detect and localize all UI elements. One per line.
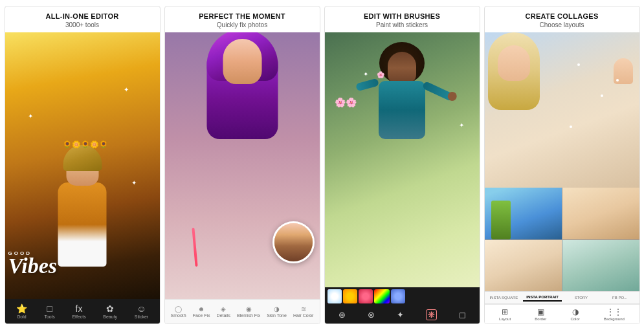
sparkle-dot-2 — [601, 94, 603, 97]
panel1-image: 🌻🌼🌻🌼🌻 GOOD Vibes ✦ ✦ ✦ — [5, 32, 160, 299]
toolbar-background[interactable]: ⋮⋮ Background — [604, 307, 625, 321]
toolbar-layout[interactable]: ⊞ Layout — [499, 307, 511, 321]
haircolor-icon: ≋ — [301, 305, 306, 313]
lasso-tool-icon[interactable]: ⊗ — [368, 310, 375, 320]
panel1-text-overlay: GOOD Vibes — [8, 250, 58, 276]
adjust-tool-icon[interactable]: ✦ — [397, 310, 404, 320]
sticker-heart[interactable] — [359, 289, 373, 303]
panel4-title: CREATE COLLAGES — [491, 12, 633, 21]
collage-cell-2 — [562, 188, 639, 239]
background-icon: ⋮⋮ — [606, 307, 622, 316]
sticker-icon: ☺ — [137, 303, 146, 314]
main-container: ALL-IN-ONE EDITOR 3000+ tools 🌻🌼🌻🌼🌻 GOOD… — [2, 3, 643, 327]
sparkle-dot-3 — [570, 126, 572, 128]
border-icon: ▣ — [537, 307, 544, 316]
sticker-rainbow[interactable] — [374, 289, 390, 303]
collage-cell-4 — [562, 240, 639, 291]
details-icon: ◈ — [221, 305, 226, 313]
panel3-sparkle1: ✦ — [363, 71, 368, 78]
smooth-icon: ◯ — [175, 305, 182, 313]
sticker-sparkle[interactable] — [328, 289, 342, 303]
toolbar-border[interactable]: ▣ Border — [535, 307, 546, 321]
toolbar-haircolor[interactable]: ≋ Hair Color — [293, 305, 314, 318]
collage-cell-1 — [485, 188, 562, 239]
panel1-flower-crown: 🌻🌼🌻🌼🌻 — [61, 138, 110, 150]
toolbar-facefix[interactable]: ☻ Face Fix — [193, 305, 210, 318]
toolbar-smooth[interactable]: ◯ Smooth — [171, 305, 186, 318]
sticker-star[interactable] — [343, 289, 357, 303]
panel2-image — [165, 32, 320, 299]
panel1-body — [58, 182, 107, 267]
panel4-grid — [485, 188, 639, 291]
active-sticker-tool-icon[interactable]: ❋ — [426, 309, 437, 320]
collage-cell-3 — [485, 240, 562, 291]
sticker-label: Sticker — [135, 314, 148, 319]
facefix-label: Face Fix — [193, 313, 210, 318]
sparkle-icon2: ✦ — [124, 86, 129, 93]
blemish-label: Blemish Fix — [237, 313, 260, 318]
panel2-face — [223, 39, 261, 84]
toolbar-tools[interactable]: □ Tools — [44, 303, 54, 319]
panel2-header: PERFECT THE MOMENT Quickly fix photos — [165, 6, 320, 32]
panel3-afro — [379, 42, 425, 84]
toolbar-beauty[interactable]: ✿ Beauty — [103, 303, 117, 319]
panel3-sparkle2: ✦ — [459, 122, 464, 129]
brush-tool-icon[interactable]: ⊕ — [339, 310, 346, 320]
toolbar-sticker[interactable]: ☺ Sticker — [135, 303, 148, 319]
panel2-head — [216, 32, 268, 100]
panel4-subtitle: Choose layouts — [491, 21, 633, 28]
sparkle-icon3: ✦ — [131, 179, 137, 186]
panel-collages: CREATE COLLAGES Choose layouts — [484, 6, 640, 324]
haircolor-label: Hair Color — [293, 313, 314, 318]
color-icon: ◑ — [572, 307, 579, 316]
panel4-main-photo — [485, 32, 639, 188]
facefix-icon: ☻ — [198, 305, 205, 313]
panel1-toolbar: ⭐ Gold □ Tools fx Effects ✿ Beauty ☺ Sti… — [5, 299, 160, 324]
panel3-person — [379, 42, 425, 139]
tab-story[interactable]: STORY — [562, 294, 601, 301]
sparkle-icon: ✦ — [28, 113, 33, 120]
tools-icon: □ — [47, 303, 52, 314]
panel3-header: EDIT WITH BRUSHES Paint with stickers — [325, 6, 480, 32]
panel3-image: 🌸🌸 🌸 ✦ ✦ — [325, 32, 480, 287]
effects-label: Effects — [72, 314, 85, 319]
panel3-shirt — [379, 81, 425, 139]
erase-tool-icon[interactable]: ◻ — [459, 310, 466, 320]
panel2-toolbar: ◯ Smooth ☻ Face Fix ◈ Details ◉ Blemish … — [165, 299, 320, 324]
skintone-icon: ◑ — [274, 305, 280, 313]
color-label: Color — [570, 317, 579, 321]
beauty-label: Beauty — [103, 314, 117, 319]
toolbar-effects[interactable]: fx Effects — [72, 303, 85, 319]
panel3-photo: 🌸🌸 🌸 ✦ ✦ — [325, 32, 480, 287]
smooth-label: Smooth — [171, 313, 186, 318]
layout-icon: ⊞ — [502, 307, 508, 316]
beauty-icon: ✿ — [106, 303, 114, 314]
panel3-sticker-bar — [325, 287, 480, 305]
toolbar-details[interactable]: ◈ Details — [217, 305, 230, 318]
tab-insta-portrait[interactable]: INSTA PORTRAIT — [523, 294, 562, 302]
blemish-icon: ◉ — [246, 305, 252, 313]
sticker-bird[interactable] — [391, 289, 405, 303]
toolbar-color[interactable]: ◑ Color — [570, 307, 579, 321]
panel3-title: EDIT WITH BRUSHES — [331, 12, 473, 21]
toolbar-gold[interactable]: ⭐ Gold — [16, 303, 27, 319]
panel-moment: PERFECT THE MOMENT Quickly fix photos — [164, 6, 320, 324]
skintone-label: Skin Tone — [267, 313, 287, 318]
panel3-flower2: 🌸 — [377, 71, 384, 78]
details-label: Details — [217, 313, 230, 318]
panel3-face — [388, 52, 416, 84]
panel1-vibes-text: Vibes — [8, 256, 58, 276]
panel4-photo — [485, 32, 639, 291]
panel2-person — [208, 32, 276, 100]
panel1-head: 🌻🌼🌻🌼🌻 — [66, 150, 98, 186]
tools-label: Tools — [44, 314, 54, 319]
gold-label: Gold — [17, 314, 27, 319]
panel3-tools-bar: ⊕ ⊗ ✦ ❋ ◻ — [325, 305, 480, 324]
background-label: Background — [604, 317, 625, 321]
tab-insta-square[interactable]: INSTA SQUARE — [485, 294, 524, 301]
toolbar-skintone[interactable]: ◑ Skin Tone — [267, 305, 287, 318]
panel1-photo: 🌻🌼🌻🌼🌻 GOOD Vibes ✦ ✦ ✦ — [5, 32, 160, 299]
tab-fb[interactable]: FB PO... — [601, 294, 639, 301]
panel4-header: CREATE COLLAGES Choose layouts — [485, 6, 639, 32]
toolbar-blemish[interactable]: ◉ Blemish Fix — [237, 305, 260, 318]
